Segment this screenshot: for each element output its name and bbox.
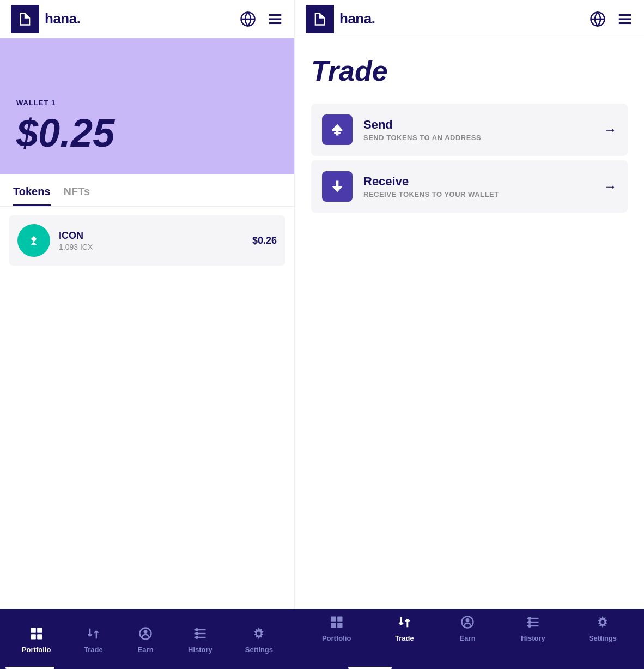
svg-point-14 [144,630,148,634]
send-arrow: → [604,122,617,137]
right-nav-earn[interactable]: Earn [451,609,484,647]
portfolio-icon [28,625,45,642]
right-logo-box [306,5,334,33]
token-item[interactable]: ICON 1.093 ICX $0.26 [9,215,285,266]
trade-title: Trade [311,55,628,87]
send-subtitle: SEND TOKENS TO AN ADDRESS [363,134,593,142]
svg-rect-12 [37,634,42,639]
right-menu-icon[interactable] [617,11,633,27]
left-logo-icon [17,11,33,27]
icx-icon [25,232,42,249]
earn-icon-right [459,613,476,631]
send-icon [330,122,345,137]
svg-rect-11 [31,634,35,639]
svg-rect-23 [337,617,342,622]
left-nav-indicator [5,667,54,669]
right-globe-icon[interactable] [590,11,606,27]
token-list: ICON 1.093 ICX $0.26 [0,207,294,274]
tab-nfts[interactable]: NFTs [64,185,90,206]
screen-right: hana. Trade [295,0,644,609]
receive-arrow: → [604,179,617,194]
receive-title: Receive [363,174,593,189]
token-amount: 1.093 ICX [59,243,244,251]
right-nav-trade-label: Trade [395,634,414,642]
right-header: hana. [295,0,644,38]
left-nav-earn-label: Earn [138,646,154,654]
svg-rect-25 [337,623,342,628]
tab-tokens[interactable]: Tokens [13,185,51,206]
right-nav-settings[interactable]: Settings [582,609,623,647]
svg-point-21 [257,631,261,635]
bottom-navs: Portfolio Trade Earn [0,609,644,669]
svg-point-32 [529,621,531,623]
token-info: ICON 1.093 ICX [59,230,244,251]
left-nav-trade[interactable]: Trade [77,620,110,658]
svg-point-34 [601,620,605,624]
svg-rect-22 [331,617,336,622]
svg-point-19 [196,632,198,635]
left-nav-settings[interactable]: Settings [239,620,280,658]
settings-icon-left [250,625,268,642]
left-nav-history[interactable]: History [181,620,219,658]
left-globe-icon[interactable] [240,11,256,27]
svg-point-33 [529,625,531,627]
left-tabs: Tokens NFTs [0,174,294,207]
right-nav-wrapper: Portfolio Trade [295,609,644,669]
token-value: $0.26 [252,235,277,246]
history-icon-left [191,625,209,642]
right-bottom-nav: Portfolio Trade [295,609,644,647]
svg-rect-9 [31,628,35,632]
svg-point-27 [466,618,470,622]
send-title: Send [363,118,593,132]
right-nav-earn-label: Earn [460,634,476,642]
right-header-icons [590,11,633,27]
left-nav-trade-label: Trade [84,646,103,654]
screen-left: hana. WALLET [0,0,295,609]
svg-point-31 [529,617,531,619]
left-nav-earn[interactable]: Earn [129,620,162,658]
svg-point-18 [196,629,198,631]
left-nav-portfolio-label: Portfolio [22,646,51,654]
right-nav-trade[interactable]: Trade [388,609,421,647]
right-nav-history[interactable]: History [514,609,552,647]
action-cards: Send SEND TOKENS TO AN ADDRESS → Receive [311,104,628,213]
receive-subtitle: RECEIVE TOKENS TO YOUR WALLET [363,190,593,198]
svg-rect-10 [37,628,42,632]
right-nav-indicator [348,667,392,669]
screens-wrapper: hana. WALLET [0,0,644,609]
wallet-label: WALLET 1 [16,99,278,107]
receive-icon-box [322,171,353,202]
token-icon-icx [17,224,50,257]
left-spacer [0,274,294,609]
send-card[interactable]: Send SEND TOKENS TO AN ADDRESS → [311,104,628,156]
portfolio-icon-right [328,613,345,631]
receive-card[interactable]: Receive RECEIVE TOKENS TO YOUR WALLET → [311,160,628,213]
receive-info: Receive RECEIVE TOKENS TO YOUR WALLET [363,174,593,198]
left-logo-text: hana. [45,10,80,27]
earn-icon-left [137,625,154,642]
send-info: Send SEND TOKENS TO AN ADDRESS [363,118,593,142]
left-nav-portfolio[interactable]: Portfolio [15,620,57,658]
settings-icon-right [594,613,611,631]
left-bottom-nav: Portfolio Trade Earn [0,609,295,669]
left-logo: hana. [11,5,80,33]
receive-icon [330,179,345,194]
trade-icon-left [84,625,102,642]
left-nav-settings-label: Settings [245,646,273,654]
right-logo-icon [312,11,327,27]
right-nav-portfolio-label: Portfolio [322,634,351,642]
token-name: ICON [59,230,244,242]
left-menu-icon[interactable] [267,11,283,27]
right-nav-history-label: History [521,634,545,642]
left-logo-box [11,5,39,33]
right-nav-portfolio[interactable]: Portfolio [315,609,357,647]
history-icon-right [524,613,542,631]
right-nav-settings-label: Settings [589,634,617,642]
left-header: hana. [0,0,294,38]
right-logo-text: hana. [339,10,375,27]
trade-icon-right [396,613,413,631]
wallet-balance: $0.25 [16,113,278,153]
left-header-icons [240,11,283,27]
wallet-banner: WALLET 1 $0.25 [0,38,294,174]
right-logo: hana. [306,5,375,33]
